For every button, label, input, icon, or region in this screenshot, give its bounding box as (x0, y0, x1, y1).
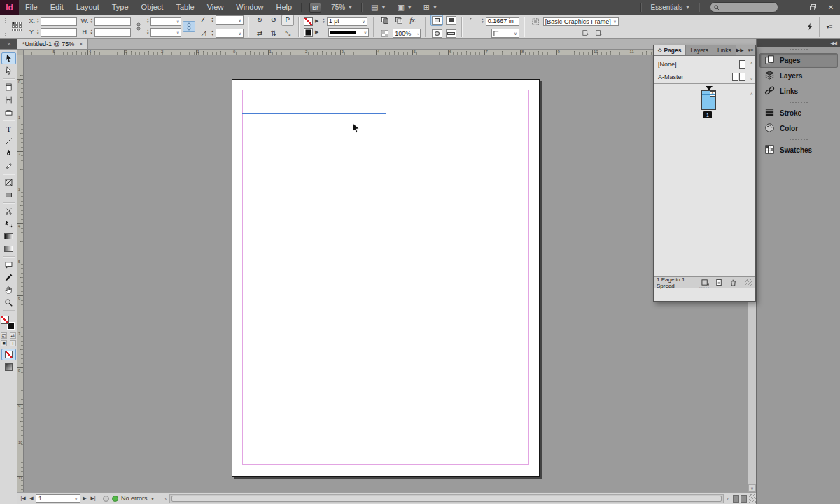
view-options-dropdown[interactable]: ▤ ▼ (365, 4, 391, 11)
drop-shadow-icon[interactable] (379, 15, 391, 26)
constrain-scale-link-icon[interactable] (183, 21, 195, 32)
preflight-area[interactable]: No errors ▼ (103, 495, 155, 502)
no-text-wrap-button[interactable] (430, 15, 443, 26)
pages-scroll-up-icon[interactable]: ∧ (750, 91, 753, 96)
first-page-button[interactable]: |◀ (19, 496, 27, 501)
search-input[interactable] (722, 4, 774, 12)
h-field[interactable] (94, 28, 131, 37)
close-button[interactable]: ✕ (822, 0, 840, 15)
eyedropper-tool[interactable] (1, 272, 16, 284)
menu-window[interactable]: Window (230, 0, 270, 15)
rectangle-tool[interactable] (1, 189, 16, 201)
quick-apply-icon[interactable] (804, 21, 816, 32)
search-box[interactable] (710, 2, 778, 13)
swap-fill-stroke-icon[interactable]: ⇄ (10, 332, 16, 339)
tab-close-icon[interactable]: × (79, 41, 83, 48)
gradient-swatch-tool[interactable] (1, 230, 16, 242)
pen-tool[interactable] (1, 148, 16, 160)
menu-edit[interactable]: Edit (44, 0, 70, 15)
formatting-affects-container-button[interactable]: ■ (1, 340, 7, 346)
stroke-weight-stepper[interactable]: ▲▼ (322, 18, 325, 24)
last-page-button[interactable]: ▶| (89, 496, 97, 501)
menu-object[interactable]: Object (135, 0, 170, 15)
toolbox-collapse-button[interactable]: » (0, 39, 18, 49)
dock-button-swatches[interactable]: Swatches (760, 143, 838, 158)
corner-shape-dropdown[interactable]: ∨ (491, 29, 519, 38)
previous-page-button[interactable]: ◀ (27, 496, 36, 501)
panel-grip[interactable] (2, 18, 6, 36)
vertical-ruler[interactable]: 0 1 2 3 4 5 6 7 8 9 10 11 (18, 55, 24, 492)
horizontal-scroll-thumb[interactable] (172, 496, 722, 502)
masters-scroll-up-icon[interactable]: ∧ (750, 60, 753, 65)
screen-mode-dropdown[interactable]: ▣ ▼ (391, 4, 417, 11)
window-resize-grip[interactable] (749, 494, 756, 503)
y-stepper[interactable]: ▲▼ (36, 29, 39, 36)
panel-height-grip[interactable]: ••••• (699, 286, 710, 289)
chevron-down-icon[interactable]: ▼ (150, 496, 155, 501)
master-item[interactable]: [None] (658, 58, 746, 71)
gradient-feather-tool[interactable] (1, 243, 16, 255)
corner-radius-field[interactable]: 0.1667 in (486, 17, 519, 26)
rotate-ccw-icon[interactable]: ↺ (267, 15, 280, 26)
menu-help[interactable]: Help (270, 0, 298, 15)
master-item[interactable]: A-Master (658, 71, 746, 83)
dock-header[interactable]: ◀◀ (757, 39, 840, 47)
type-tool[interactable]: T (1, 122, 16, 134)
panel-menu-icon[interactable]: ▾≡ (748, 48, 754, 53)
w-field[interactable] (94, 17, 131, 26)
scale-y-field[interactable]: ∨ (150, 28, 181, 37)
gap-tool[interactable] (1, 94, 16, 106)
stroke-type-dropdown[interactable]: ∨ (328, 28, 369, 37)
expand-panels-icon[interactable]: ◀◀ (830, 41, 836, 46)
break-link-to-style-icon[interactable] (582, 29, 589, 38)
panel-tab-links[interactable]: Links (713, 46, 736, 55)
menu-file[interactable]: File (19, 0, 44, 15)
scale-x-stepper[interactable]: ▲▼ (146, 18, 149, 24)
h-stepper[interactable]: ▲▼ (90, 29, 92, 36)
menu-type[interactable]: Type (106, 0, 135, 15)
dock-drag-handle[interactable] (757, 99, 840, 105)
reference-point-proxy[interactable] (12, 22, 22, 31)
stroke-weight-field[interactable]: 1 pt∨ (327, 17, 368, 26)
dock-button-stroke[interactable]: Stroke (760, 106, 838, 120)
delete-page-button[interactable] (729, 279, 737, 288)
select-content-button[interactable]: P (281, 15, 294, 26)
object-style-dropdown[interactable]: [Basic Graphics Frame]∨ (543, 17, 619, 26)
scroll-down-icon[interactable]: ∨ (748, 484, 756, 492)
dock-drag-handle[interactable] (757, 136, 840, 142)
panel-tab-layers[interactable]: Layers (686, 46, 713, 55)
rotate-cw-icon[interactable]: ↻ (253, 15, 266, 26)
line-tool[interactable] (1, 135, 16, 147)
pages-list[interactable]: A 1 ∧ ∨ 1 Page in 1 Spread ••••• (654, 85, 755, 288)
horizontal-ruler[interactable]: 5 4 3 2 1 0 1 2 3 4 5 6 7 8 9 10 11 12 1… (24, 50, 756, 55)
horizontal-scroll-track[interactable] (169, 494, 724, 503)
menu-table[interactable]: Table (169, 0, 200, 15)
ruler-origin-corner[interactable] (18, 50, 24, 55)
spread-view-icon[interactable] (733, 495, 739, 503)
y-field[interactable] (41, 28, 77, 37)
minimize-button[interactable]: — (785, 0, 804, 15)
masters-scroll-down-icon[interactable]: ∨ (750, 76, 753, 81)
flip-vertical-icon[interactable]: ⇅ (267, 28, 280, 39)
new-page-button[interactable] (715, 279, 723, 288)
document-page[interactable] (232, 79, 540, 477)
bridge-button[interactable]: Br (309, 3, 321, 13)
dock-button-color[interactable]: Color (760, 121, 838, 136)
zoom-tool[interactable] (1, 297, 16, 309)
pencil-tool[interactable] (1, 160, 16, 172)
wrap-around-bounding-box-button[interactable] (444, 15, 457, 26)
selected-horizontal-guide[interactable] (242, 113, 386, 114)
menu-view[interactable]: View (201, 0, 230, 15)
scissors-tool[interactable] (1, 205, 16, 217)
transparency-icon[interactable] (393, 15, 405, 26)
next-page-button[interactable]: ▶ (80, 496, 89, 501)
document-tab[interactable]: *Untitled-1 @ 75% × (18, 39, 88, 49)
effects-menu-button[interactable]: fx. (407, 15, 419, 26)
stroke-color-swatch[interactable] (304, 17, 313, 26)
panel-tab-pages[interactable]: ◇Pages (654, 46, 686, 55)
rotation-field[interactable]: ∨ (216, 15, 244, 24)
dock-button-pages[interactable]: Pages (760, 53, 838, 68)
stroke-swatch-arrow-icon[interactable]: ▶ (315, 18, 318, 24)
wrap-around-object-button[interactable] (430, 28, 443, 39)
note-tool[interactable] (1, 259, 16, 271)
